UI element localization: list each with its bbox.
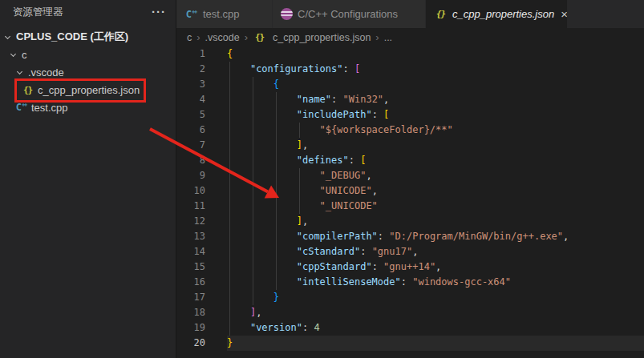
line-number: 6 xyxy=(176,123,227,138)
vscode-window: 资源管理器 ··· CPLUS_CODE (工作区) c.vscode{}c_c… xyxy=(0,0,644,358)
chevron-down-icon xyxy=(17,68,22,74)
line-number: 17 xyxy=(176,290,227,305)
explorer-title: 资源管理器 xyxy=(13,6,63,19)
line-number: 13 xyxy=(176,229,227,244)
tree-item-workspace[interactable]: CPLUS_CODE (工作区) xyxy=(0,28,176,46)
tree-item-label: c_cpp_properties.json xyxy=(38,84,140,96)
breadcrumb-separator: › xyxy=(245,31,248,43)
line-number: 18 xyxy=(176,305,227,320)
json-file-icon: {} xyxy=(434,9,448,19)
code-content[interactable]: { "configurations": [ { "name": "Win32",… xyxy=(227,46,644,358)
breadcrumb-label: c xyxy=(187,32,192,43)
tree-item-test-cpp[interactable]: C++test.cpp xyxy=(0,99,176,116)
line-number: 1 xyxy=(176,46,227,62)
code-line[interactable]: { xyxy=(227,46,644,62)
code-line[interactable]: ], xyxy=(227,214,644,229)
cpp-file-icon: C++ xyxy=(14,102,28,113)
line-number: 20 xyxy=(176,336,227,351)
line-number: 15 xyxy=(176,259,227,275)
code-line[interactable]: "cStandard": "gnu17", xyxy=(227,244,644,259)
code-line[interactable]: } xyxy=(227,336,644,351)
workspace-label: CPLUS_CODE (工作区) xyxy=(16,30,128,44)
close-icon[interactable]: × xyxy=(559,7,567,21)
breadcrumb-separator: › xyxy=(375,31,379,43)
breadcrumb-item[interactable]: c xyxy=(187,32,192,43)
line-number: 19 xyxy=(176,320,227,336)
code-line[interactable]: "compilerPath": "D:/Program/MinGW/bin/g+… xyxy=(227,229,644,244)
tree-item-c[interactable]: c xyxy=(0,46,176,63)
cpp-config-icon xyxy=(281,8,293,20)
tab-label: test.cpp xyxy=(203,8,240,20)
breadcrumb-label: ... xyxy=(384,32,392,43)
breadcrumb-item[interactable]: {}c_cpp_properties.json xyxy=(253,32,371,43)
chevron-down-icon xyxy=(5,33,10,38)
tab-c-cpp-properties-json[interactable]: {}c_cpp_properties.json× xyxy=(426,0,567,28)
code-line[interactable]: "includePath": [ xyxy=(227,107,644,123)
tree-item-label: c xyxy=(22,49,27,61)
breadcrumb-item[interactable]: ... xyxy=(384,32,392,43)
line-number: 14 xyxy=(176,244,227,259)
editor-group: C++test.cppC/C++ Configurations{}c_cpp_p… xyxy=(176,0,644,358)
code-line[interactable]: ], xyxy=(227,305,644,320)
line-number: 7 xyxy=(176,138,227,153)
code-editor[interactable]: 1234567891011121314151617181920 { "confi… xyxy=(176,46,644,358)
line-number: 5 xyxy=(176,107,227,123)
tree-item--vscode[interactable]: .vscode xyxy=(0,63,176,81)
breadcrumb-label: c_cpp_properties.json xyxy=(273,32,371,43)
breadcrumb-separator: › xyxy=(196,31,200,43)
code-line[interactable]: { xyxy=(227,77,644,92)
code-line[interactable]: "_UNICODE" xyxy=(227,199,644,214)
line-number: 10 xyxy=(176,183,227,199)
code-line[interactable]: "_DEBUG", xyxy=(227,168,644,183)
more-actions-icon[interactable]: ··· xyxy=(152,8,166,16)
line-number: 8 xyxy=(176,153,227,168)
tab-label: c_cpp_properties.json xyxy=(452,8,554,20)
line-number: 3 xyxy=(176,77,227,92)
json-file-icon: {} xyxy=(21,85,34,95)
chevron-down-icon xyxy=(10,50,16,56)
tab-bar: C++test.cppC/C++ Configurations{}c_cpp_p… xyxy=(176,0,644,28)
explorer-sidebar: 资源管理器 ··· CPLUS_CODE (工作区) c.vscode{}c_c… xyxy=(0,0,176,358)
code-line[interactable]: "version": 4 xyxy=(227,320,644,336)
explorer-header: 资源管理器 ··· xyxy=(0,0,176,24)
line-number: 9 xyxy=(176,168,227,183)
tree-item-c-cpp-properties-json[interactable]: {}c_cpp_properties.json xyxy=(0,81,176,99)
code-line[interactable]: "UNICODE", xyxy=(227,183,644,199)
breadcrumb-label: .vscode xyxy=(205,32,240,43)
breadcrumb: c›.vscode›{}c_cpp_properties.json›... xyxy=(176,28,644,46)
line-number: 4 xyxy=(176,92,227,107)
line-number: 12 xyxy=(176,214,227,229)
line-number: 16 xyxy=(176,275,227,290)
tree-item-label: test.cpp xyxy=(31,102,68,114)
tree-item-label: .vscode xyxy=(28,66,64,78)
cpp-file-icon: C++ xyxy=(184,9,198,20)
code-line[interactable]: "cppStandard": "gnu++14", xyxy=(227,259,644,275)
code-line[interactable]: "intelliSenseMode": "windows-gcc-x64" xyxy=(227,275,644,290)
code-line[interactable]: "configurations": [ xyxy=(227,62,644,77)
code-line[interactable]: "${workspaceFolder}/**" xyxy=(227,123,644,138)
json-file-icon: {} xyxy=(253,32,266,42)
breadcrumb-item[interactable]: .vscode xyxy=(205,32,240,43)
code-line[interactable]: ], xyxy=(227,138,644,153)
tab-test-cpp[interactable]: C++test.cpp xyxy=(176,0,272,28)
file-tree: CPLUS_CODE (工作区) c.vscode{}c_cpp_propert… xyxy=(0,24,176,116)
code-line[interactable]: } xyxy=(227,290,644,305)
tab-label: C/C++ Configurations xyxy=(298,8,398,20)
code-line[interactable]: "name": "Win32", xyxy=(227,92,644,107)
line-number-gutter: 1234567891011121314151617181920 xyxy=(176,46,227,358)
line-number: 2 xyxy=(176,62,227,77)
code-line[interactable]: "defines": [ xyxy=(227,153,644,168)
line-number: 11 xyxy=(176,199,227,214)
tab-c-c-configurations[interactable]: C/C++ Configurations xyxy=(273,0,425,28)
